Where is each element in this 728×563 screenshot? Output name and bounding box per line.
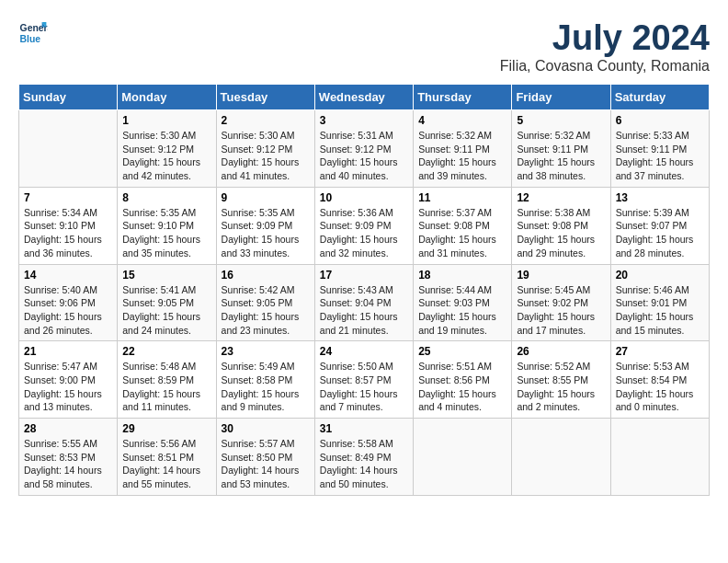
calendar-cell: 15Sunrise: 5:41 AMSunset: 9:05 PMDayligh… (118, 264, 216, 341)
calendar-cell: 13Sunrise: 5:39 AMSunset: 9:07 PMDayligh… (610, 187, 709, 264)
day-number: 18 (418, 269, 506, 282)
day-number: 14 (24, 269, 112, 282)
calendar-cell: 31Sunrise: 5:58 AMSunset: 8:49 PMDayligh… (314, 419, 413, 496)
day-number: 31 (320, 422, 408, 435)
day-number: 10 (320, 191, 408, 204)
weekday-header-tuesday: Tuesday (216, 85, 314, 110)
day-info: Sunrise: 5:56 AMSunset: 8:51 PMDaylight:… (122, 437, 210, 491)
day-number: 24 (320, 345, 408, 358)
day-info: Sunrise: 5:40 AMSunset: 9:06 PMDaylight:… (24, 283, 112, 338)
day-info: Sunrise: 5:47 AMSunset: 9:00 PMDaylight:… (24, 360, 112, 414)
calendar-cell: 4Sunrise: 5:32 AMSunset: 9:11 PMDaylight… (414, 110, 512, 188)
day-info: Sunrise: 5:42 AMSunset: 9:05 PMDaylight:… (222, 283, 310, 338)
day-number: 23 (222, 345, 310, 358)
day-number: 16 (222, 269, 310, 282)
calendar-cell: 3Sunrise: 5:31 AMSunset: 9:12 PMDaylight… (314, 110, 413, 188)
calendar-week-2: 7Sunrise: 5:34 AMSunset: 9:10 PMDaylight… (19, 187, 710, 264)
weekday-header-thursday: Thursday (414, 85, 512, 110)
day-info: Sunrise: 5:33 AMSunset: 9:11 PMDaylight:… (616, 129, 704, 183)
day-number: 9 (222, 191, 310, 204)
day-info: Sunrise: 5:39 AMSunset: 9:07 PMDaylight:… (616, 206, 704, 260)
calendar-cell (414, 419, 512, 496)
calendar-cell: 8Sunrise: 5:35 AMSunset: 9:10 PMDaylight… (118, 187, 216, 264)
calendar-cell (512, 419, 610, 496)
month-year-title: July 2024 (500, 18, 710, 58)
calendar-cell: 30Sunrise: 5:57 AMSunset: 8:50 PMDayligh… (216, 419, 314, 496)
calendar-cell: 14Sunrise: 5:40 AMSunset: 9:06 PMDayligh… (19, 264, 118, 341)
day-number: 12 (517, 191, 605, 204)
day-info: Sunrise: 5:46 AMSunset: 9:01 PMDaylight:… (616, 283, 704, 338)
day-number: 22 (122, 345, 210, 358)
day-info: Sunrise: 5:35 AMSunset: 9:09 PMDaylight:… (222, 206, 310, 260)
location-subtitle: Filia, Covasna County, Romania (500, 58, 710, 75)
weekday-header-friday: Friday (512, 85, 610, 110)
day-number: 3 (320, 114, 408, 127)
day-info: Sunrise: 5:32 AMSunset: 9:11 PMDaylight:… (517, 129, 605, 183)
day-number: 26 (517, 345, 605, 358)
calendar-cell: 2Sunrise: 5:30 AMSunset: 9:12 PMDaylight… (216, 110, 314, 188)
day-info: Sunrise: 5:57 AMSunset: 8:50 PMDaylight:… (222, 437, 310, 491)
calendar-cell: 29Sunrise: 5:56 AMSunset: 8:51 PMDayligh… (118, 419, 216, 496)
day-info: Sunrise: 5:35 AMSunset: 9:10 PMDaylight:… (122, 206, 210, 260)
calendar-cell: 16Sunrise: 5:42 AMSunset: 9:05 PMDayligh… (216, 264, 314, 341)
weekday-header-wednesday: Wednesday (314, 85, 413, 110)
day-number: 8 (122, 191, 210, 204)
calendar-cell: 22Sunrise: 5:48 AMSunset: 8:59 PMDayligh… (118, 341, 216, 419)
calendar-cell: 18Sunrise: 5:44 AMSunset: 9:03 PMDayligh… (414, 264, 512, 341)
day-info: Sunrise: 5:30 AMSunset: 9:12 PMDaylight:… (222, 129, 310, 183)
day-number: 2 (222, 114, 310, 127)
day-info: Sunrise: 5:36 AMSunset: 9:09 PMDaylight:… (320, 206, 408, 260)
title-area: July 2024 Filia, Covasna County, Romania (500, 18, 710, 75)
day-number: 17 (320, 269, 408, 282)
day-number: 1 (122, 114, 210, 127)
calendar-cell: 19Sunrise: 5:45 AMSunset: 9:02 PMDayligh… (512, 264, 610, 341)
day-info: Sunrise: 5:32 AMSunset: 9:11 PMDaylight:… (418, 129, 506, 183)
weekday-header-saturday: Saturday (610, 85, 709, 110)
day-info: Sunrise: 5:43 AMSunset: 9:04 PMDaylight:… (320, 283, 408, 338)
calendar-cell: 20Sunrise: 5:46 AMSunset: 9:01 PMDayligh… (610, 264, 709, 341)
day-info: Sunrise: 5:55 AMSunset: 8:53 PMDaylight:… (24, 437, 112, 491)
calendar-week-4: 21Sunrise: 5:47 AMSunset: 9:00 PMDayligh… (19, 341, 710, 419)
day-info: Sunrise: 5:49 AMSunset: 8:58 PMDaylight:… (222, 360, 310, 414)
day-info: Sunrise: 5:45 AMSunset: 9:02 PMDaylight:… (517, 283, 605, 338)
logo: General Blue (18, 18, 48, 48)
day-number: 27 (616, 345, 704, 358)
day-number: 19 (517, 269, 605, 282)
weekday-header-sunday: Sunday (19, 85, 118, 110)
day-number: 11 (418, 191, 506, 204)
day-info: Sunrise: 5:51 AMSunset: 8:56 PMDaylight:… (418, 360, 506, 414)
calendar-cell: 17Sunrise: 5:43 AMSunset: 9:04 PMDayligh… (314, 264, 413, 341)
calendar-cell: 28Sunrise: 5:55 AMSunset: 8:53 PMDayligh… (19, 419, 118, 496)
calendar-cell (610, 419, 709, 496)
day-number: 4 (418, 114, 506, 127)
calendar-cell: 21Sunrise: 5:47 AMSunset: 9:00 PMDayligh… (19, 341, 118, 419)
calendar-cell: 10Sunrise: 5:36 AMSunset: 9:09 PMDayligh… (314, 187, 413, 264)
day-info: Sunrise: 5:31 AMSunset: 9:12 PMDaylight:… (320, 129, 408, 183)
day-info: Sunrise: 5:37 AMSunset: 9:08 PMDaylight:… (418, 206, 506, 260)
day-info: Sunrise: 5:44 AMSunset: 9:03 PMDaylight:… (418, 283, 506, 338)
day-number: 28 (24, 422, 112, 435)
calendar-cell: 12Sunrise: 5:38 AMSunset: 9:08 PMDayligh… (512, 187, 610, 264)
day-info: Sunrise: 5:38 AMSunset: 9:08 PMDaylight:… (517, 206, 605, 260)
day-info: Sunrise: 5:50 AMSunset: 8:57 PMDaylight:… (320, 360, 408, 414)
calendar-cell: 9Sunrise: 5:35 AMSunset: 9:09 PMDaylight… (216, 187, 314, 264)
calendar-cell (19, 110, 118, 188)
calendar-cell: 1Sunrise: 5:30 AMSunset: 9:12 PMDaylight… (118, 110, 216, 188)
day-number: 25 (418, 345, 506, 358)
day-info: Sunrise: 5:48 AMSunset: 8:59 PMDaylight:… (122, 360, 210, 414)
day-number: 5 (517, 114, 605, 127)
calendar-cell: 5Sunrise: 5:32 AMSunset: 9:11 PMDaylight… (512, 110, 610, 188)
day-number: 20 (616, 269, 704, 282)
calendar-cell: 26Sunrise: 5:52 AMSunset: 8:55 PMDayligh… (512, 341, 610, 419)
day-info: Sunrise: 5:41 AMSunset: 9:05 PMDaylight:… (122, 283, 210, 338)
day-number: 7 (24, 191, 112, 204)
calendar-cell: 6Sunrise: 5:33 AMSunset: 9:11 PMDaylight… (610, 110, 709, 188)
day-info: Sunrise: 5:53 AMSunset: 8:54 PMDaylight:… (616, 360, 704, 414)
header: General Blue July 2024 Filia, Covasna Co… (18, 18, 710, 75)
day-number: 13 (616, 191, 704, 204)
calendar-cell: 7Sunrise: 5:34 AMSunset: 9:10 PMDaylight… (19, 187, 118, 264)
calendar-cell: 24Sunrise: 5:50 AMSunset: 8:57 PMDayligh… (314, 341, 413, 419)
calendar-cell: 25Sunrise: 5:51 AMSunset: 8:56 PMDayligh… (414, 341, 512, 419)
calendar-cell: 27Sunrise: 5:53 AMSunset: 8:54 PMDayligh… (610, 341, 709, 419)
calendar-week-1: 1Sunrise: 5:30 AMSunset: 9:12 PMDaylight… (19, 110, 710, 188)
